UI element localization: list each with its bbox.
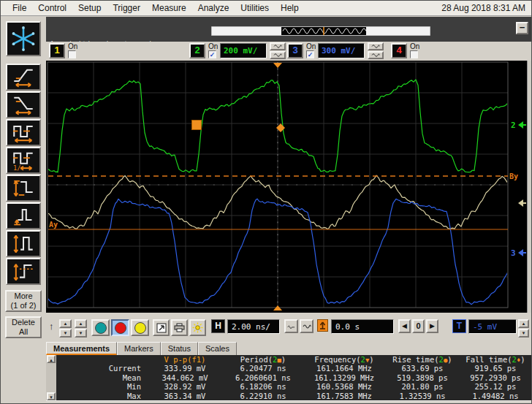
window-zoom-button[interactable] (153, 319, 170, 336)
fall-time-icon (10, 95, 37, 115)
tool-period-button[interactable] (6, 119, 41, 146)
col-vpp: V p-p(f1) (147, 355, 223, 364)
channel-3-checkbox[interactable]: ✓ (306, 50, 314, 58)
horizontal-menu-button[interactable]: H (211, 319, 225, 333)
spin-down-icon[interactable]: ▼ (518, 329, 529, 338)
tool-fall-time-button[interactable] (6, 91, 41, 118)
channel-2-checkbox[interactable]: ✓ (208, 50, 216, 58)
menu-measure[interactable]: Measure (146, 1, 192, 15)
horizontal-position-field[interactable]: 0.0 s (331, 319, 394, 334)
channel-2-scale-field[interactable]: 200 mV/ (220, 43, 267, 58)
col-fall-time: Fall time(2♦) (460, 355, 531, 364)
expand-up-icon-left[interactable]: ↑ (49, 321, 54, 332)
channel-1-button[interactable]: 1 (49, 43, 65, 58)
tool-top-button[interactable] (6, 230, 41, 257)
measurements-panel: Measurements Markers Status Scales ▲ ▼ V… (46, 342, 531, 404)
trigger-position-button[interactable] (317, 319, 328, 332)
channel-1-on-label: On (68, 42, 77, 50)
table-row: Mean 344.062 mV 6.2060601 ns 161.13299 M… (56, 373, 531, 382)
channel-4-checkbox[interactable] (410, 50, 418, 58)
tab-markers[interactable]: Markers (117, 342, 161, 355)
vertical-scale-spinner[interactable]: ▲ ▼ (59, 319, 72, 335)
svg-text:Ay: Ay (49, 221, 58, 229)
channel-4-button[interactable]: 4 (391, 43, 407, 58)
waveform-display[interactable]: ByAy23 (46, 61, 527, 313)
spin-down-icon[interactable]: ▼ (75, 329, 87, 338)
measurements-scrollbar[interactable]: ▲ ▼ (46, 355, 56, 400)
period-icon (10, 123, 37, 143)
channel-2-bandwidth-button[interactable] (270, 51, 286, 59)
print-button[interactable] (171, 319, 188, 336)
starburst-logo-icon (10, 25, 37, 53)
channel-1-checkbox[interactable] (68, 50, 76, 58)
printer-icon (174, 323, 185, 332)
marker-color-red-button[interactable] (111, 319, 129, 336)
pan-right-button[interactable]: ▶ (426, 319, 438, 333)
tool-rise-time-button[interactable] (6, 64, 41, 91)
table-row: Max 363.34 mV 6.22910 ns 161.7583 MHz 1.… (56, 392, 531, 400)
more-button[interactable]: More (1 of 2) (5, 290, 42, 312)
scroll-down-icon[interactable]: ▼ (47, 392, 56, 400)
menu-trigger[interactable]: Trigger (107, 1, 146, 15)
pan-left-button[interactable]: ◀ (398, 319, 411, 333)
tab-measurements[interactable]: Measurements (46, 342, 117, 355)
delete-all-button[interactable]: Delete All (5, 316, 42, 338)
bottom-strip (46, 400, 531, 404)
sidebar: 1/ (1, 17, 46, 404)
plot-right-scrollbar[interactable] (527, 61, 531, 313)
menu-setup[interactable]: Setup (72, 1, 107, 15)
app-logo-button[interactable] (6, 21, 41, 56)
channel-bar: 1 On 2 On ✓ 200 mV/ 3 On (46, 42, 531, 61)
channel-3-button[interactable]: 3 (287, 43, 303, 58)
scroll-up-icon[interactable]: ▲ (47, 355, 56, 363)
more-button-page: (1 of 2) (11, 301, 37, 310)
waveform-area: ByAy23 (46, 61, 531, 313)
zero-position-button[interactable]: 0 (412, 319, 425, 333)
menu-help[interactable]: Help (275, 1, 305, 15)
tool-overshoot-button[interactable] (6, 258, 41, 285)
menu-utilities[interactable]: Utilities (235, 1, 275, 15)
trigger-level-spinner[interactable]: ▲ ▼ (518, 319, 529, 335)
marker-color-teal-button[interactable] (91, 319, 110, 336)
menu-analyze[interactable]: Analyze (192, 1, 235, 15)
tab-status[interactable]: Status (161, 342, 198, 355)
menu-control[interactable]: Control (32, 1, 72, 15)
oscilloscope-window: File Control Setup Trigger Measure Analy… (0, 0, 532, 404)
channel-2-on-label: On (208, 42, 218, 50)
channel-2-coupling-button[interactable] (270, 42, 286, 50)
sine-icon (273, 44, 282, 49)
sine-icon (303, 324, 311, 329)
small-sine-icon (287, 324, 295, 329)
trigger-position-icon (319, 321, 327, 330)
trigger-level-field[interactable]: -5 mV (468, 319, 517, 334)
horizontal-coarse-button[interactable] (300, 319, 314, 333)
tool-base-button[interactable] (6, 202, 41, 229)
acquisition-preview-bar[interactable] (211, 26, 430, 35)
spin-up-icon[interactable]: ▲ (518, 319, 529, 328)
timebase-field[interactable]: 2.00 ns/ (227, 319, 280, 334)
tool-frequency-button[interactable]: 1/ (6, 147, 41, 174)
yellow-dot-icon (134, 322, 146, 334)
channel-3-scale-field[interactable]: 300 mV/ (318, 43, 365, 58)
minimize-button[interactable]: − (516, 22, 528, 34)
channel-4-on-label: On (410, 42, 419, 50)
rise-time-icon (10, 67, 37, 88)
vertical-offset-spinner[interactable]: ▲ ▼ (75, 319, 87, 335)
channel-3-coupling-button[interactable] (368, 42, 384, 50)
horizontal-fine-button[interactable] (284, 319, 298, 333)
spin-down-icon[interactable]: ▼ (59, 329, 72, 338)
datetime-display: 28 Aug 2018 8:31 AM (441, 3, 525, 13)
base-icon (10, 206, 37, 226)
trigger-menu-button[interactable]: T (452, 319, 466, 333)
tab-scales[interactable]: Scales (198, 342, 237, 355)
spin-up-icon[interactable]: ▲ (59, 319, 72, 328)
tool-amplitude-button[interactable] (6, 175, 41, 202)
display-brightness-button[interactable] (189, 319, 206, 336)
memory-window-icon (211, 26, 430, 36)
spin-up-icon[interactable]: ▲ (75, 319, 87, 328)
marker-color-yellow-button[interactable] (131, 319, 149, 336)
menu-file[interactable]: File (7, 1, 32, 15)
channel-3-bandwidth-button[interactable] (368, 51, 384, 59)
overshoot-icon (10, 262, 37, 282)
channel-2-button[interactable]: 2 (189, 43, 205, 58)
